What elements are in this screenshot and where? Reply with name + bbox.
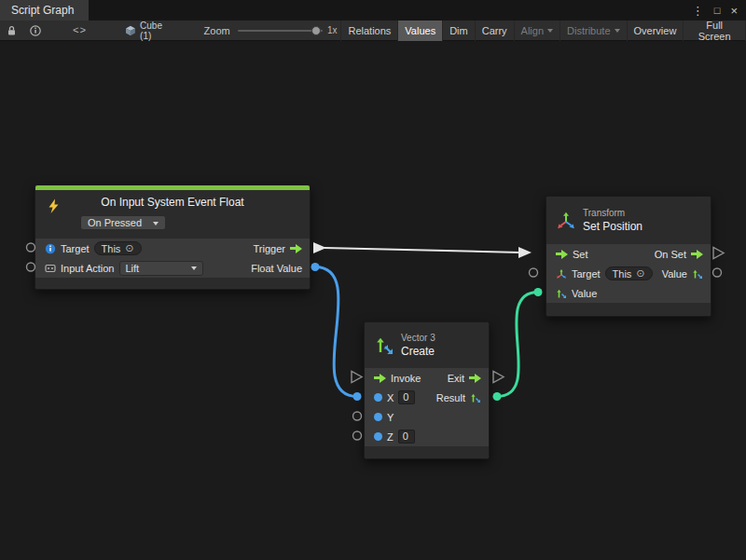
event-mode-dropdown[interactable]: On Pressed — [80, 215, 166, 230]
flow-arrow-icon[interactable] — [374, 374, 386, 383]
distribute-button-label: Distribute — [567, 25, 610, 36]
target-object-field[interactable]: This ⊙ — [605, 266, 653, 280]
y-port-label: Y — [387, 412, 394, 423]
z-input-field[interactable]: 0 — [398, 430, 415, 444]
target-port-label: Target — [572, 268, 601, 280]
set-row: Set On Set — [546, 244, 711, 264]
window-menu-icon[interactable]: ⋮ — [692, 5, 704, 17]
relations-button-label: Relations — [348, 25, 391, 36]
dim-button-label: Dim — [449, 25, 468, 36]
vector3-icon — [374, 335, 394, 356]
port-exit-output[interactable] — [493, 372, 504, 383]
carry-button-label: Carry — [482, 25, 507, 36]
distribute-button[interactable]: Distribute — [560, 20, 626, 41]
wire-result-to-value[interactable] — [493, 288, 543, 401]
port-float-value-output[interactable] — [311, 263, 320, 271]
close-icon[interactable]: × — [730, 5, 738, 17]
vector3-node-rows: Invoke Exit X 0 Result — [365, 368, 489, 446]
wire-floatvalue-to-x[interactable] — [311, 263, 362, 401]
wire-trigger-to-set[interactable] — [313, 242, 532, 258]
port-value-input[interactable] — [534, 288, 543, 296]
input-action-dropdown[interactable]: Lift — [119, 261, 203, 276]
event-node-header: On Input System Event Float On Pressed — [35, 190, 310, 239]
tab-script-graph[interactable]: Script Graph — [0, 0, 89, 20]
lock-icon[interactable] — [0, 20, 23, 40]
graph-object-label: Cube (1) — [140, 20, 176, 41]
x-port-label: X — [387, 392, 394, 403]
port-setposition-target-input[interactable] — [530, 268, 538, 277]
values-button-label: Values — [405, 25, 435, 36]
info-icon[interactable] — [23, 20, 48, 40]
object-picker-icon[interactable]: ⊙ — [125, 243, 133, 253]
port-result-output[interactable] — [493, 392, 502, 401]
chevron-down-icon — [191, 266, 197, 270]
tab-title: Script Graph — [11, 4, 74, 17]
graph-object[interactable]: Cube (1) — [125, 20, 175, 41]
transform-type-icon[interactable] — [556, 268, 567, 280]
relations-button[interactable]: Relations — [340, 20, 397, 41]
zoom-slider[interactable] — [238, 25, 323, 36]
chevron-down-icon — [547, 29, 553, 33]
carry-button[interactable]: Carry — [475, 20, 514, 41]
node-footer — [365, 446, 489, 458]
align-button-label: Align — [521, 25, 544, 36]
flow-arrow-icon[interactable] — [469, 374, 481, 383]
port-invoke-input[interactable] — [352, 372, 362, 383]
full-screen-button[interactable]: Full Screen — [683, 20, 746, 41]
x-row: X 0 Result — [365, 388, 489, 407]
port-x-input[interactable] — [353, 392, 362, 401]
port-value-output[interactable] — [713, 268, 722, 277]
graph-canvas[interactable]: On Input System Event Float On Pressed — [0, 41, 746, 560]
flow-arrow-icon[interactable] — [290, 244, 302, 253]
float-port-icon[interactable] — [374, 393, 382, 402]
invoke-row: Invoke Exit — [365, 368, 489, 388]
chevron-down-icon — [615, 29, 620, 33]
target-object-field[interactable]: This ⊙ — [94, 241, 142, 255]
node-title: Create — [401, 345, 435, 358]
object-picker-icon[interactable]: ⊙ — [636, 268, 644, 279]
port-z-input[interactable] — [353, 431, 362, 440]
target-object-value: This — [102, 243, 121, 254]
port-y-input[interactable] — [353, 412, 362, 420]
chevron-down-icon — [153, 222, 159, 225]
flow-arrow-icon[interactable] — [691, 250, 703, 259]
values-button[interactable]: Values — [397, 20, 442, 41]
port-on-set-output[interactable] — [713, 248, 724, 259]
input-action-port-label: Input Action — [61, 263, 115, 274]
transform-node-rows: Set On Set — [546, 244, 711, 303]
transform-node-header: Transform Set Position — [546, 197, 711, 244]
align-button[interactable]: Align — [514, 20, 560, 41]
target-object-value: This — [613, 268, 632, 280]
node-title: Set Position — [583, 220, 642, 233]
target-row: Target This ⊙ Value — [546, 264, 711, 283]
node-on-input-system-event-float[interactable]: On Input System Event Float On Pressed — [35, 184, 311, 290]
result-port-label: Result — [436, 392, 465, 403]
zoom-slider-track[interactable] — [238, 30, 323, 32]
node-transform-set-position[interactable]: Transform Set Position Set On Set — [546, 196, 711, 317]
value-out-port-label: Value — [662, 268, 687, 280]
event-node-rows: Target This ⊙ Trigger — [35, 239, 310, 278]
exit-port-label: Exit — [448, 373, 464, 384]
float-port-icon[interactable] — [374, 432, 382, 441]
dim-button[interactable]: Dim — [442, 20, 475, 41]
zoom-slider-handle[interactable] — [311, 26, 321, 35]
vector3-type-icon[interactable] — [692, 268, 703, 280]
window-controls: ⋮ □ × — [692, 0, 746, 20]
code-icon[interactable]: <> — [66, 20, 93, 40]
flow-arrow-icon[interactable] — [556, 250, 568, 259]
zoom-label: Zoom — [204, 25, 230, 36]
cube-icon — [125, 25, 136, 36]
vector3-type-icon[interactable] — [556, 288, 567, 299]
input-action-icon — [45, 263, 56, 274]
vector3-type-icon[interactable] — [470, 392, 481, 403]
set-port-label: Set — [573, 249, 588, 260]
node-vector3-create[interactable]: Vector 3 Create Invoke Exit X 0 — [364, 321, 490, 459]
overview-button[interactable]: Overview — [627, 20, 684, 41]
target-port-label: Target — [61, 243, 90, 254]
full-screen-button-label: Full Screen — [690, 20, 739, 42]
script-graph-window: Script Graph ⋮ □ × <> — [0, 0, 746, 560]
node-category: Transform — [583, 208, 642, 218]
x-input-field[interactable]: 0 — [398, 390, 415, 404]
float-port-icon[interactable] — [374, 413, 382, 421]
maximize-icon[interactable]: □ — [714, 6, 721, 16]
